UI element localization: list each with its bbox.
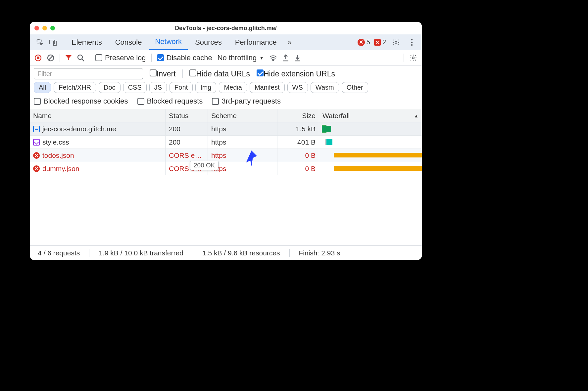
third-party-checkbox[interactable]: 3rd-party requests <box>212 97 281 106</box>
filter-input[interactable]: Filter <box>34 68 143 79</box>
filter-pill-font[interactable]: Font <box>170 82 193 93</box>
throttling-select[interactable]: No throttling ▼ <box>218 54 264 62</box>
filter-pill-ws[interactable]: WS <box>287 82 308 93</box>
devtools-tabbar: Elements Console Network Sources Perform… <box>30 34 422 50</box>
issue-icon: ✕ <box>374 39 381 46</box>
hide-extension-urls-checkbox[interactable]: Hide extension URLs <box>257 69 335 78</box>
titlebar: DevTools - jec-cors-demo.glitch.me/ <box>30 22 422 34</box>
svg-line-12 <box>82 59 84 61</box>
devtools-window: DevTools - jec-cors-demo.glitch.me/ Elem… <box>30 22 422 260</box>
table-row[interactable]: todos.json CORS e… https 0 B <box>30 149 422 162</box>
svg-point-5 <box>411 41 413 43</box>
issues-counter[interactable]: ✕ 2 <box>374 38 386 46</box>
waterfall-bar <box>334 166 422 171</box>
footer-finish: Finish: 2.93 s <box>299 249 340 257</box>
network-conditions-icon[interactable] <box>269 55 277 61</box>
search-icon[interactable] <box>77 54 84 62</box>
filter-pill-wasm[interactable]: Wasm <box>311 82 339 93</box>
tab-console[interactable]: Console <box>109 34 148 50</box>
filter-pill-fetch[interactable]: Fetch/XHR <box>54 82 96 93</box>
annotation-arrow-icon <box>242 150 260 170</box>
filter-pill-doc[interactable]: Doc <box>99 82 121 93</box>
svg-line-10 <box>49 56 53 60</box>
error-icon: ✕ <box>358 39 365 46</box>
tab-elements[interactable]: Elements <box>66 34 108 50</box>
import-har-icon[interactable] <box>294 54 301 62</box>
table-header: Name Status Scheme Size Waterfall ▲ <box>30 109 422 122</box>
more-tabs-icon[interactable]: » <box>287 38 292 47</box>
waterfall-bar <box>334 153 422 157</box>
col-size[interactable]: Size <box>277 109 319 122</box>
filter-pill-all[interactable]: All <box>34 82 51 93</box>
status-tooltip: 200 OK <box>190 161 219 170</box>
svg-point-13 <box>273 60 274 61</box>
device-toolbar-icon[interactable] <box>47 36 59 48</box>
filter-pill-img[interactable]: Img <box>195 82 216 93</box>
error-icon <box>33 165 40 172</box>
export-har-icon[interactable] <box>282 54 289 62</box>
tab-performance[interactable]: Performance <box>229 34 283 50</box>
svg-point-6 <box>411 44 413 46</box>
blocked-cookies-checkbox[interactable]: Blocked response cookies <box>34 97 128 106</box>
invert-checkbox[interactable]: Invert <box>150 69 176 78</box>
tab-sources[interactable]: Sources <box>189 34 228 50</box>
errors-counter[interactable]: ✕ 5 <box>358 38 370 46</box>
status-footer: 4 / 6 requests 1.9 kB / 10.0 kB transfer… <box>30 245 422 260</box>
table-row[interactable]: dummy.json CORS e… https 0 B <box>30 162 422 175</box>
waterfall-bar <box>322 126 331 132</box>
footer-requests: 4 / 6 requests <box>38 249 80 257</box>
clear-button[interactable] <box>47 54 54 62</box>
disable-cache-checkbox[interactable]: Disable cache <box>157 54 212 62</box>
filter-row: Filter Invert Hide data URLs Hide extens… <box>30 65 422 81</box>
svg-point-11 <box>78 55 82 60</box>
table-row[interactable]: jec-cors-demo.glitch.me 200 https 1.5 kB <box>30 122 422 136</box>
resource-type-filter: All Fetch/XHR Doc CSS JS Font Img Media … <box>30 81 422 96</box>
col-status[interactable]: Status <box>166 109 208 122</box>
col-name[interactable]: Name <box>30 109 166 122</box>
document-icon <box>33 126 40 132</box>
col-scheme[interactable]: Scheme <box>208 109 277 122</box>
svg-point-14 <box>412 57 414 59</box>
checkbox-icon <box>95 54 102 61</box>
tab-network[interactable]: Network <box>149 34 188 50</box>
svg-rect-8 <box>37 57 39 59</box>
blocked-requests-checkbox[interactable]: Blocked requests <box>137 97 203 106</box>
kebab-menu-icon[interactable] <box>406 36 418 48</box>
sort-icon: ▲ <box>414 113 418 118</box>
svg-point-4 <box>411 39 413 40</box>
filter-pill-css[interactable]: CSS <box>123 82 147 93</box>
checkbox-checked-icon <box>157 54 164 61</box>
extra-filters: Blocked response cookies Blocked request… <box>30 96 422 109</box>
preserve-log-checkbox[interactable]: Preserve log <box>95 54 146 62</box>
filter-pill-other[interactable]: Other <box>342 82 368 93</box>
error-icon <box>33 152 40 159</box>
filter-pill-media[interactable]: Media <box>219 82 247 93</box>
footer-resources: 1.5 kB / 9.6 kB resources <box>202 249 280 257</box>
filter-pill-js[interactable]: JS <box>149 82 167 93</box>
footer-transferred: 1.9 kB / 10.0 kB transferred <box>99 249 183 257</box>
col-waterfall[interactable]: Waterfall ▲ <box>319 109 422 122</box>
inspect-element-icon[interactable] <box>34 36 46 48</box>
hide-data-urls-checkbox[interactable]: Hide data URLs <box>189 69 250 78</box>
chevron-down-icon: ▼ <box>259 55 264 61</box>
waterfall-bar <box>325 139 332 145</box>
network-settings-icon[interactable] <box>409 54 417 62</box>
window-title: DevTools - jec-cors-demo.glitch.me/ <box>30 25 422 32</box>
request-table: Name Status Scheme Size Waterfall ▲ jec-… <box>30 109 422 175</box>
table-row[interactable]: style.css 200 https 401 B <box>30 136 422 149</box>
record-button[interactable] <box>34 54 42 62</box>
stylesheet-icon <box>33 139 40 146</box>
filter-pill-manifest[interactable]: Manifest <box>250 82 285 93</box>
svg-point-3 <box>395 41 397 43</box>
filter-icon[interactable] <box>65 55 72 61</box>
settings-icon[interactable] <box>390 36 402 48</box>
network-toolbar: Preserve log Disable cache No throttling… <box>30 50 422 65</box>
